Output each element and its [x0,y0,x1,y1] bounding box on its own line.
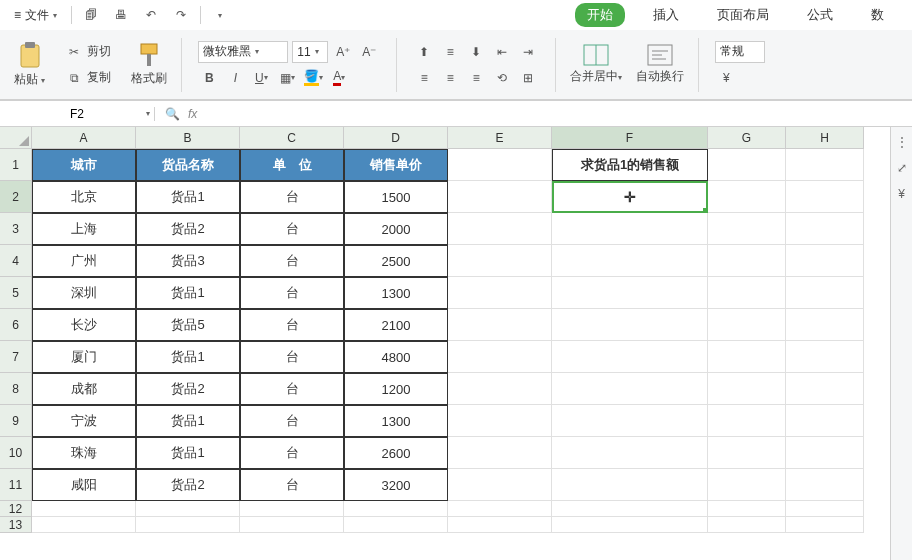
cell-F3[interactable] [552,213,708,245]
row-head-12[interactable]: 12 [0,501,32,517]
save-icon[interactable]: 🗐 [80,4,102,26]
cell-B5[interactable]: 货品1 [136,277,240,309]
cell-B13[interactable] [136,517,240,533]
cell-G6[interactable] [708,309,786,341]
align-middle-icon[interactable]: ≡ [439,41,461,63]
cell-D11[interactable]: 3200 [344,469,448,501]
align-left-icon[interactable]: ≡ [413,67,435,89]
align-top-icon[interactable]: ⬆ [413,41,435,63]
col-head-E[interactable]: E [448,127,552,149]
cell-C9[interactable]: 台 [240,405,344,437]
cell-H10[interactable] [786,437,864,469]
align-right-icon[interactable]: ≡ [465,67,487,89]
tab-insert[interactable]: 插入 [643,2,689,28]
tab-start[interactable]: 开始 [575,3,625,27]
cell-F11[interactable] [552,469,708,501]
cell-F10[interactable] [552,437,708,469]
cell-B3[interactable]: 货品2 [136,213,240,245]
cell-H6[interactable] [786,309,864,341]
col-head-A[interactable]: A [32,127,136,149]
format-painter-button[interactable]: 格式刷 [127,38,171,91]
fx-icon[interactable]: fx [188,107,197,121]
decrease-font-icon[interactable]: A⁻ [358,41,380,63]
cell-G10[interactable] [708,437,786,469]
cell-H5[interactable] [786,277,864,309]
tab-formula[interactable]: 公式 [797,2,843,28]
row-head-10[interactable]: 10 [0,437,32,469]
cell-G5[interactable] [708,277,786,309]
cell-F1[interactable]: 求货品1的销售额 [552,149,708,181]
cell-A3[interactable]: 上海 [32,213,136,245]
cell-F7[interactable] [552,341,708,373]
cell-D4[interactable]: 2500 [344,245,448,277]
cell-C6[interactable]: 台 [240,309,344,341]
row-head-9[interactable]: 9 [0,405,32,437]
cell-H7[interactable] [786,341,864,373]
orientation-icon[interactable]: ⟲ [491,67,513,89]
select-all-corner[interactable] [0,127,32,149]
cell-D7[interactable]: 4800 [344,341,448,373]
currency-icon[interactable]: ¥ [715,67,737,89]
zoom-icon[interactable]: 🔍 [165,107,180,121]
row-head-4[interactable]: 4 [0,245,32,277]
cell-G4[interactable] [708,245,786,277]
cell-G11[interactable] [708,469,786,501]
sidebar-dots-icon[interactable]: ⋮ [893,133,911,151]
cell-B8[interactable]: 货品2 [136,373,240,405]
cell-H12[interactable] [786,501,864,517]
sidebar-expand-icon[interactable]: ⤢ [893,159,911,177]
col-head-F[interactable]: F [552,127,708,149]
cell-G3[interactable] [708,213,786,245]
cell-F5[interactable] [552,277,708,309]
cell-F12[interactable] [552,501,708,517]
cell-A4[interactable]: 广州 [32,245,136,277]
cell-E12[interactable] [448,501,552,517]
cell-E8[interactable] [448,373,552,405]
col-head-H[interactable]: H [786,127,864,149]
cell-G8[interactable] [708,373,786,405]
cell-B7[interactable]: 货品1 [136,341,240,373]
cell-G2[interactable] [708,181,786,213]
undo-icon[interactable]: ↶ [140,4,162,26]
cell-A13[interactable] [32,517,136,533]
cell-A8[interactable]: 成都 [32,373,136,405]
cut-button[interactable]: ✂剪切 [61,41,115,63]
cell-A10[interactable]: 珠海 [32,437,136,469]
align-bottom-icon[interactable]: ⬇ [465,41,487,63]
cell-D5[interactable]: 1300 [344,277,448,309]
cell-G13[interactable] [708,517,786,533]
col-head-B[interactable]: B [136,127,240,149]
cell-A12[interactable] [32,501,136,517]
col-head-D[interactable]: D [344,127,448,149]
cell-B4[interactable]: 货品3 [136,245,240,277]
font-size-select[interactable]: 11▾ [292,41,328,63]
cell-F9[interactable] [552,405,708,437]
row-head-3[interactable]: 3 [0,213,32,245]
cell-B1[interactable]: 货品名称 [136,149,240,181]
name-box-input[interactable] [6,107,148,121]
cell-A2[interactable]: 北京 [32,181,136,213]
cell-A1[interactable]: 城市 [32,149,136,181]
col-head-G[interactable]: G [708,127,786,149]
cell-G1[interactable] [708,149,786,181]
cell-E7[interactable] [448,341,552,373]
cell-G12[interactable] [708,501,786,517]
cell-B12[interactable] [136,501,240,517]
row-head-13[interactable]: 13 [0,517,32,533]
paste-button[interactable]: 粘贴 ▾ [10,37,49,92]
merge-center-button[interactable]: 合并居中▾ [566,40,626,89]
row-head-6[interactable]: 6 [0,309,32,341]
cell-D8[interactable]: 1200 [344,373,448,405]
cell-E3[interactable] [448,213,552,245]
formula-input[interactable] [205,106,902,121]
cell-H1[interactable] [786,149,864,181]
cell-E6[interactable] [448,309,552,341]
underline-icon[interactable]: U▾ [250,67,272,89]
cell-B6[interactable]: 货品5 [136,309,240,341]
sidebar-currency-icon[interactable]: ¥ [893,185,911,203]
cell-C7[interactable]: 台 [240,341,344,373]
cell-C3[interactable]: 台 [240,213,344,245]
cell-C11[interactable]: 台 [240,469,344,501]
cell-C12[interactable] [240,501,344,517]
decrease-indent-icon[interactable]: ⇤ [491,41,513,63]
